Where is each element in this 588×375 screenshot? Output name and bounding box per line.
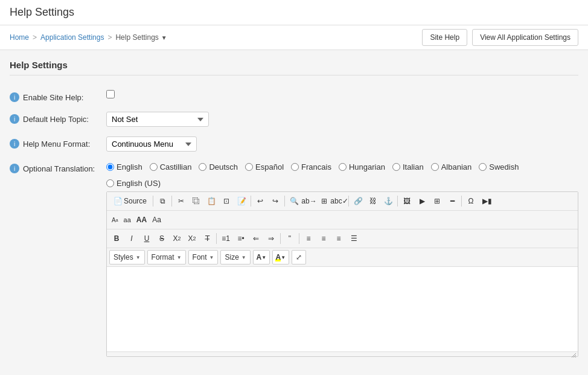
align-center-button[interactable]: ≡ bbox=[316, 231, 331, 246]
italic-button[interactable]: I bbox=[124, 231, 139, 246]
cut-button[interactable]: ✂ bbox=[174, 194, 188, 208]
format-arrow: ▼ bbox=[177, 255, 182, 260]
copy-doc-button[interactable]: ⧉ bbox=[155, 194, 170, 208]
help-menu-format-label-cell: i Help Menu Format: bbox=[10, 136, 106, 149]
help-menu-format-row: i Help Menu Format: Continuous Menu bbox=[10, 132, 578, 156]
info-icon-topic[interactable]: i bbox=[10, 114, 19, 124]
special-char-button[interactable]: Ω bbox=[464, 194, 478, 208]
align-right-button[interactable]: ≡ bbox=[331, 231, 346, 246]
toolbar-sep-1 bbox=[153, 196, 153, 207]
underline-button[interactable]: U bbox=[139, 231, 154, 246]
unlink-button[interactable]: ⛓ bbox=[366, 194, 380, 208]
page-header: Help Settings bbox=[0, 0, 588, 25]
breadcrumb-home[interactable]: Home bbox=[10, 33, 29, 42]
lang-deutsch[interactable]: Deutsch bbox=[199, 162, 238, 171]
indent-button[interactable]: ⇒ bbox=[264, 231, 278, 246]
lang-castillian[interactable]: Castillian bbox=[150, 162, 192, 171]
find-button[interactable]: 🔍 bbox=[287, 194, 301, 208]
default-help-topic-row: i Default Help Topic: Not Set bbox=[10, 107, 578, 132]
styles-dropdown[interactable]: Styles ▼ bbox=[109, 250, 145, 264]
svg-line-2 bbox=[575, 357, 576, 357]
format-label: Format bbox=[152, 253, 174, 261]
replace-button[interactable]: ab→ bbox=[302, 194, 316, 208]
paste-button[interactable]: 📋 bbox=[204, 194, 219, 208]
default-help-topic-label: Default Help Topic: bbox=[23, 115, 89, 124]
editor-content[interactable] bbox=[107, 267, 578, 351]
lang-hungarian[interactable]: Hungarian bbox=[339, 162, 385, 171]
text-size-aa-btn[interactable]: aa bbox=[121, 213, 133, 227]
superscript-button[interactable]: X2 bbox=[185, 231, 199, 246]
optional-translation-control: English Castillian Deutsch Español Franc… bbox=[106, 161, 578, 357]
align-left-button[interactable]: ≡ bbox=[301, 231, 316, 246]
source-label: Source bbox=[124, 197, 147, 205]
toolbar-sep-7 bbox=[461, 196, 462, 207]
font-arrow: ▼ bbox=[209, 255, 214, 260]
info-icon-translation[interactable]: i bbox=[10, 164, 19, 173]
bold-button[interactable]: B bbox=[109, 231, 124, 246]
align-justify-button[interactable]: ☰ bbox=[347, 231, 361, 246]
paste-text-button[interactable]: ⊡ bbox=[219, 194, 234, 208]
size-arrow: ▼ bbox=[241, 255, 246, 260]
flash-button[interactable]: ▶ bbox=[415, 194, 429, 208]
subscript-button[interactable]: X2 bbox=[170, 231, 184, 246]
text-size-subscript-btn[interactable]: Aa bbox=[109, 213, 121, 227]
bottom-bar: Update Help Settings bbox=[0, 371, 588, 375]
lang-english-us[interactable]: English (US) bbox=[106, 179, 161, 188]
remove-format-button[interactable]: T̶ bbox=[200, 231, 214, 246]
section-title: Help Settings bbox=[10, 60, 578, 75]
select-all-button[interactable]: ⊞ bbox=[317, 194, 331, 208]
toolbar-sep-6 bbox=[397, 196, 398, 207]
ordered-list-button[interactable]: ≡1 bbox=[219, 231, 233, 246]
strikethrough-button[interactable]: S bbox=[155, 231, 169, 246]
undo-button[interactable]: ↩ bbox=[253, 194, 267, 208]
format-dropdown[interactable]: Format ▼ bbox=[147, 250, 186, 264]
page-title: Help Settings bbox=[10, 6, 578, 19]
default-help-topic-label-cell: i Default Help Topic: bbox=[10, 112, 106, 124]
spellcheck-button[interactable]: abc✓ bbox=[332, 194, 347, 208]
redo-button[interactable]: ↪ bbox=[268, 194, 283, 208]
breadcrumb: Home > Application Settings > Help Setti… bbox=[10, 33, 167, 42]
unordered-list-button[interactable]: ≡• bbox=[234, 231, 248, 246]
blockquote-button[interactable]: " bbox=[283, 231, 297, 246]
content-area: Help Settings i Enable Site Help: i Defa… bbox=[0, 50, 588, 371]
maximize-button[interactable]: ⤢ bbox=[292, 250, 306, 264]
font-color-button[interactable]: A ▼ bbox=[253, 250, 270, 264]
lang-albanian[interactable]: Albanian bbox=[431, 162, 472, 171]
link-button[interactable]: 🔗 bbox=[351, 194, 365, 208]
info-icon-format[interactable]: i bbox=[10, 139, 19, 149]
lang-swedish[interactable]: Swedish bbox=[479, 162, 519, 171]
info-icon-enable[interactable]: i bbox=[10, 92, 19, 102]
anchor-button[interactable]: ⚓ bbox=[381, 194, 395, 208]
source-button[interactable]: 📄 Source bbox=[109, 194, 151, 208]
text-size-Aa-btn[interactable]: Aa bbox=[150, 213, 164, 227]
styles-arrow: ▼ bbox=[136, 255, 141, 260]
paste-word-button[interactable]: 📝 bbox=[234, 194, 249, 208]
breadcrumb-app-settings[interactable]: Application Settings bbox=[40, 33, 104, 42]
lang-espanol[interactable]: Español bbox=[245, 162, 284, 171]
top-nav: Home > Application Settings > Help Setti… bbox=[0, 25, 588, 50]
breadcrumb-current-label: Help Settings bbox=[115, 33, 158, 42]
enable-site-help-row: i Enable Site Help: bbox=[10, 85, 578, 107]
youtube-button[interactable]: ▶▮ bbox=[479, 194, 496, 208]
image-button[interactable]: 🖼 bbox=[400, 194, 414, 208]
text-size-AA-btn[interactable]: AA bbox=[134, 213, 149, 227]
size-dropdown[interactable]: Size ▼ bbox=[220, 250, 250, 264]
help-menu-format-select[interactable]: Continuous Menu bbox=[106, 136, 197, 152]
outdent-button[interactable]: ⇐ bbox=[249, 231, 263, 246]
resize-handle[interactable] bbox=[569, 351, 577, 358]
lang-francais[interactable]: Francais bbox=[291, 162, 331, 171]
enable-site-help-checkbox[interactable] bbox=[106, 90, 115, 98]
lang-english[interactable]: English bbox=[106, 162, 142, 171]
lang-italian[interactable]: Italian bbox=[392, 162, 424, 171]
enable-site-help-label: Enable Site Help: bbox=[23, 93, 83, 102]
horizontal-rule-button[interactable]: ━ bbox=[445, 194, 459, 208]
default-help-topic-select[interactable]: Not Set bbox=[106, 112, 209, 127]
toolbar-row-2: Aa aa AA Aa bbox=[107, 211, 578, 229]
table-button[interactable]: ⊞ bbox=[430, 194, 444, 208]
site-help-button[interactable]: Site Help bbox=[422, 29, 467, 46]
breadcrumb-dropdown-icon[interactable]: ▼ bbox=[161, 34, 167, 41]
view-all-button[interactable]: View All Application Settings bbox=[472, 29, 578, 46]
bg-color-button[interactable]: A ▼ bbox=[272, 250, 289, 264]
copy-button[interactable]: ⿻ bbox=[189, 194, 203, 208]
font-dropdown[interactable]: Font ▼ bbox=[188, 250, 219, 264]
